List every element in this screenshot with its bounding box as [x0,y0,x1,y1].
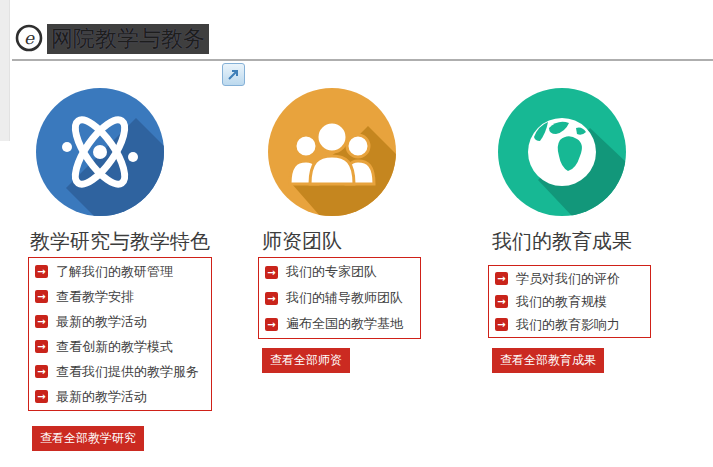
list-item[interactable]: →遍布全国的教学基地 [259,311,420,337]
arrow-right-icon: → [495,318,508,331]
list-item[interactable]: →我们的专家团队 [259,259,420,285]
link-label[interactable]: 查看我们提供的教学服务 [56,363,199,381]
link-label[interactable]: 我们的教育影响力 [516,316,620,334]
link-label[interactable]: 我们的教育规模 [516,293,607,311]
list-item[interactable]: →查看我们提供的教学服务 [29,359,211,384]
arrow-right-icon: → [35,315,48,328]
link-label[interactable]: 查看创新的教学模式 [56,338,173,356]
open-in-new-icon[interactable] [222,63,245,86]
arrow-right-icon: → [495,272,508,285]
column-heading-faculty: 师资团队 [262,228,342,255]
list-item[interactable]: →学员对我们的评价 [489,267,650,290]
globe-icon [498,88,626,216]
column-heading-research: 教学研究与教学特色 [30,228,210,255]
link-list-research: →了解我们的教研管理→查看教学安排→最新的教学活动→查看创新的教学模式→查看我们… [28,257,212,411]
arrow-right-icon: → [35,290,48,303]
list-item[interactable]: →查看教学安排 [29,284,211,309]
view-all-research-button[interactable]: 查看全部教学研究 [32,426,144,451]
link-label[interactable]: 遍布全国的教学基地 [286,315,403,333]
list-item[interactable]: →最新的教学活动 [29,384,211,409]
column-heading-results: 我们的教育成果 [492,228,632,255]
svg-text:e: e [24,28,35,48]
list-item[interactable]: →我们的教育影响力 [489,313,650,336]
circled-e-icon: e [14,23,44,53]
list-item[interactable]: →了解我们的教研管理 [29,259,211,284]
link-label[interactable]: 最新的教学活动 [56,313,147,331]
arrow-right-icon: → [265,292,278,305]
header-divider [12,59,713,61]
arrow-right-icon: → [35,265,48,278]
arrow-right-icon: → [265,266,278,279]
list-item[interactable]: →查看创新的教学模式 [29,334,211,359]
link-list-faculty: →我们的专家团队→我们的辅导教师团队→遍布全国的教学基地 [258,257,421,339]
link-label[interactable]: 查看教学安排 [56,288,134,306]
page: e 网院教学与教务 [0,0,713,467]
link-label[interactable]: 最新的教学活动 [56,388,147,406]
list-item[interactable]: →最新的教学活动 [29,309,211,334]
view-all-results-button[interactable]: 查看全部教育成果 [492,348,604,373]
team-icon [268,88,396,216]
arrow-right-icon: → [495,295,508,308]
list-item[interactable]: →我们的教育规模 [489,290,650,313]
arrow-right-icon: → [35,365,48,378]
link-list-results: →学员对我们的评价→我们的教育规模→我们的教育影响力 [488,265,651,338]
page-title: 网院教学与教务 [47,24,209,54]
link-label[interactable]: 了解我们的教研管理 [56,263,173,281]
arrow-right-icon: → [35,340,48,353]
left-edge-strip [0,0,10,141]
link-label[interactable]: 我们的辅导教师团队 [286,289,403,307]
link-label[interactable]: 我们的专家团队 [286,263,377,281]
atom-icon [36,88,164,216]
list-item[interactable]: →我们的辅导教师团队 [259,285,420,311]
arrow-right-icon: → [35,390,48,403]
link-label[interactable]: 学员对我们的评价 [516,270,620,288]
arrow-right-icon: → [265,318,278,331]
view-all-faculty-button[interactable]: 查看全部师资 [262,348,350,373]
